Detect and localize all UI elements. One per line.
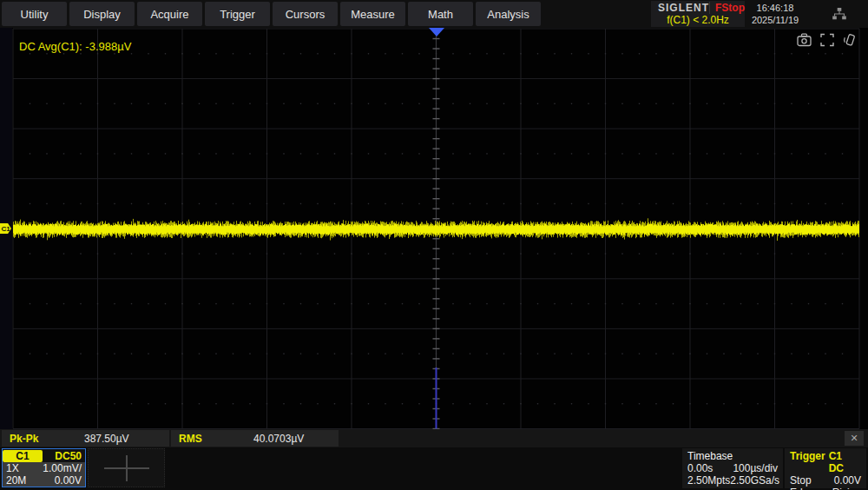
menu-item-math[interactable]: Math [408, 2, 473, 26]
trigger-slope: Rising [832, 487, 861, 490]
trigger-label: Trigger [790, 450, 825, 474]
timebase-label: Timebase [687, 450, 733, 462]
measurement-rms[interactable]: RMS 40.0703µV [171, 430, 339, 447]
fullscreen-icon[interactable] [820, 33, 834, 47]
channel1-id-badge: C1 [3, 450, 43, 462]
channel1-offset: 0.00V [55, 474, 82, 487]
menu-item-trigger[interactable]: Trigger [205, 2, 270, 26]
menu-item-display[interactable]: Display [69, 2, 135, 26]
measurement-name: Pk-Pk [2, 433, 84, 445]
menu-item-measure[interactable]: Measure [340, 2, 405, 26]
date-display: 2025/11/19 [748, 14, 802, 26]
measurement-value: 387.50µV [84, 433, 129, 445]
display-toolbar [797, 33, 858, 47]
channel1-bandwidth-limit: 20M [6, 474, 26, 487]
oscilloscope-screen: Utility Display Acquire Trigger Cursors … [0, 0, 868, 490]
add-channel-slot[interactable] [88, 448, 165, 487]
trigger-type: Edge [790, 487, 814, 490]
add-icon [126, 455, 128, 481]
menu-bar: Utility Display Acquire Trigger Cursors … [0, 0, 868, 28]
camera-icon[interactable] [797, 33, 812, 47]
timebase-memory-depth: 2.50Mpts [687, 474, 730, 487]
trigger-position-marker[interactable] [429, 28, 444, 36]
vibrate-icon[interactable] [843, 33, 858, 47]
clock-block: 16:46:18 2025/11/19 [748, 1, 802, 27]
timebase-delay: 0.00s [687, 462, 713, 474]
time-display: 16:46:18 [748, 2, 802, 14]
measurement-name: RMS [171, 433, 253, 445]
measurement-value: 40.0703µV [253, 433, 304, 445]
channel1-volts-per-div: 1.00mV/ [43, 462, 82, 474]
trigger-source: C1 [829, 450, 842, 462]
timebase-descriptor-box[interactable]: Timebase 0.00s 100µs/div 2.50Mpts 2.50GS… [682, 448, 783, 488]
trigger-level: 0.00V [834, 474, 861, 487]
acquisition-status-badge[interactable]: FStop [709, 2, 750, 14]
menu-item-utility[interactable]: Utility [2, 2, 67, 26]
channel1-probe-attenuation: 1X [6, 462, 19, 474]
dc-average-readout: DC Avg(C1): -3.988µV [19, 40, 131, 53]
brand-logo: SIGLENT [651, 2, 709, 14]
measurement-pkpk[interactable]: Pk-Pk 387.50µV [2, 430, 169, 447]
timebase-scale: 100µs/div [733, 462, 778, 474]
frequency-counter: f(C1) < 2.0Hz [651, 14, 745, 27]
trigger-coupling: DC [829, 462, 844, 474]
channel1-waveform [13, 211, 859, 246]
menu-item-cursors[interactable]: Cursors [273, 2, 338, 26]
waveform-display-area: DC Avg(C1): -3.988µV C1 [0, 28, 868, 429]
timebase-sample-rate: 2.50GSa/s [730, 474, 779, 487]
measurement-bar: Pk-Pk 387.50µV RMS 40.0703µV ✕ [0, 429, 868, 447]
lan-status-icon[interactable] [832, 7, 847, 21]
trigger-descriptor-box[interactable]: Trigger C1 DC Stop 0.00V Edge Rising [785, 448, 866, 488]
status-block: SIGLENT FStop f(C1) < 2.0Hz [651, 1, 745, 27]
channel1-descriptor-box[interactable]: C1 DC50 1X 1.00mV/ 20M 0.00V [2, 448, 86, 487]
menu-item-analysis[interactable]: Analysis [476, 2, 541, 26]
close-measurements-icon[interactable]: ✕ [845, 431, 864, 446]
menu-item-acquire[interactable]: Acquire [137, 2, 202, 26]
trigger-status: Stop [790, 474, 812, 487]
channel1-coupling: DC50 [43, 450, 85, 462]
bottom-status-bar: C1 DC50 1X 1.00mV/ 20M 0.00V Timebase [0, 447, 868, 490]
